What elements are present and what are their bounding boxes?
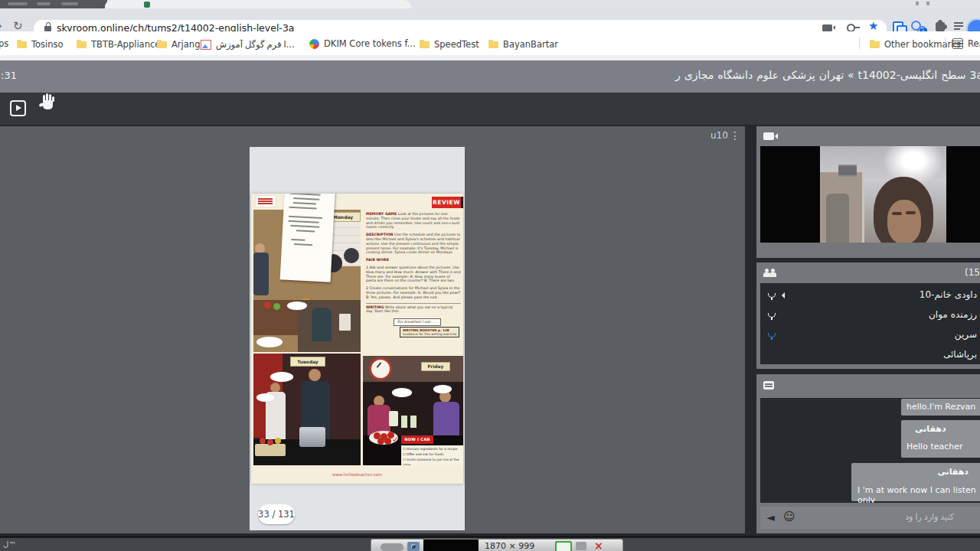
tuesday-photo: Tuesday	[253, 354, 361, 465]
bookmark-arjang[interactable]: Arjang	[157, 39, 200, 50]
recorder-camera-icon[interactable]	[407, 542, 420, 551]
tab-favicon	[144, 2, 150, 8]
page-top-strip	[0, 55, 980, 60]
play-media-button[interactable]	[10, 100, 26, 116]
bookmark-bayanbartar[interactable]: BayanBartar	[488, 39, 558, 50]
raise-hand-button[interactable]	[43, 100, 53, 109]
hanging-pan	[344, 248, 359, 263]
tab-strip-control[interactable]	[916, 2, 919, 5]
day-label-tuesday: Tuesday	[290, 357, 325, 367]
video-camera-icon[interactable]	[763, 132, 774, 140]
participant-row[interactable]: برپاشائی	[760, 344, 980, 364]
recorder-button[interactable]	[381, 543, 403, 551]
participant-name: موانرزمنده	[793, 305, 977, 324]
chat-sender: دهقانی	[915, 424, 946, 434]
background-tab-fragment[interactable]	[37, 2, 51, 5]
media-list-icon[interactable]	[954, 22, 965, 31]
slide-canvas[interactable]: REVIEW	[250, 147, 465, 530]
screen-recorder-toolbar: 1870 × 999 ×	[371, 539, 623, 551]
steel-pot	[299, 427, 325, 447]
participant-name: سرین	[793, 324, 977, 344]
paper-bag	[339, 314, 351, 331]
recorder-preview	[423, 540, 479, 551]
board-label: u10	[710, 130, 728, 141]
speech-bubble	[392, 388, 412, 397]
participant-name: برپاشائی	[793, 344, 977, 364]
session-timer: :31	[1, 70, 17, 81]
classroom-toolbar	[0, 93, 980, 125]
recorder-option-button[interactable]	[576, 542, 586, 550]
classroom-title: رمجازیدانشگاهعلومپزشکیتهران«t14002-انگلی…	[675, 69, 980, 81]
tab-strip-control[interactable]	[926, 2, 929, 5]
dkim-favicon	[309, 39, 319, 49]
reading-list[interactable]: Rea	[952, 38, 980, 49]
eyebrow	[906, 211, 916, 214]
participant-row[interactable]: 10-خانمداودی	[760, 285, 980, 305]
sidebar: (15) 10-خانمداودی موانرزمنده سرین برپاشا…	[745, 126, 980, 533]
chat-messages[interactable]: hello.I'm Rezvan دهقانی Hello teacher ده…	[760, 398, 980, 503]
chat-input[interactable]: ◄ ☺ ودراواردکنید	[760, 507, 980, 529]
bookmark-google-form[interactable]: آموزشگوگلفرما...	[201, 39, 295, 50]
man-body	[253, 253, 269, 295]
watermark: ل™	[3, 540, 16, 549]
bookmark-tbtb[interactable]: TBTB-Appliance	[77, 39, 160, 50]
chat-icon[interactable]	[763, 381, 774, 390]
speech-bubble	[270, 372, 293, 382]
extensions-puzzle-icon[interactable]	[936, 22, 945, 31]
friday-photo: Friday ✓ NOW I CAN ☐ Discuss ingredients…	[363, 356, 463, 465]
whiteboard-panel: u10 ⋮ REVIEW	[0, 126, 745, 533]
page-indicator: 33 / 131	[258, 504, 295, 524]
participant-name: 10-خانمداودی	[793, 285, 977, 305]
memory-game-heading: MEMORY GAME	[366, 212, 397, 216]
check-icon: ✓	[392, 435, 401, 444]
emoji-icon[interactable]: ☺	[783, 510, 795, 523]
bookmark-partial[interactable]: ps	[0, 38, 8, 49]
folder-icon	[157, 41, 167, 48]
pair-work-2: 2 Create conversations for Michael and S…	[366, 286, 461, 299]
vent	[838, 165, 857, 177]
lock-icon[interactable]	[44, 26, 51, 31]
schedule-note	[280, 194, 336, 282]
recorder-region-button[interactable]	[555, 541, 572, 551]
participant-row[interactable]: موانرزمنده	[760, 305, 980, 324]
chat-message: دهقانی Hello teacher	[901, 420, 980, 458]
description-heading: DESCRIPTION	[366, 233, 394, 236]
video-tile[interactable]	[760, 146, 980, 243]
recorder-resolution: 1870 × 999	[485, 541, 534, 551]
person-face	[887, 200, 921, 243]
textbook-page: REVIEW	[251, 194, 463, 484]
send-icon[interactable]: ◄	[766, 511, 775, 523]
tab-camera-icon[interactable]	[822, 24, 832, 31]
participants-icon[interactable]	[763, 269, 777, 278]
background-tab-fragment[interactable]	[8, 2, 28, 5]
recorder-close-icon[interactable]: ×	[594, 540, 603, 551]
speech-bubble	[256, 393, 275, 402]
webcam-feed	[820, 146, 946, 243]
textbook-footer-url: www.hellooteacher.com	[251, 472, 463, 477]
tomatoes	[374, 432, 381, 439]
other-bookmarks[interactable]: Other bookmarks	[870, 39, 961, 50]
folder-icon	[488, 41, 498, 48]
vegetable	[273, 303, 280, 310]
speech-bubble	[287, 302, 307, 310]
participants-panel: (15) 10-خانمداودی موانرزمنده سرین برپاشا…	[756, 262, 980, 369]
bookmark-dkim[interactable]: DKIM Core tokens f...	[309, 38, 416, 49]
separator	[859, 37, 860, 49]
background-tab-fragment[interactable]	[61, 2, 78, 5]
publisher-logo	[256, 196, 276, 207]
bookmark-tosinso[interactable]: Tosinso	[17, 39, 64, 50]
board-menu-icon[interactable]: ⋮	[730, 131, 740, 140]
folder-icon	[77, 41, 87, 48]
writing-booster: WRITING BOOSTER p. 148 Guidance for this…	[400, 327, 459, 337]
bookmark-speedtest[interactable]: SpeedTest	[420, 39, 479, 50]
tomato	[264, 302, 271, 308]
folder-icon	[17, 41, 27, 48]
bottom-bar: ل™ 1870 × 999 ×	[0, 536, 980, 551]
folder-icon	[420, 41, 430, 48]
separator	[945, 37, 946, 49]
participant-row[interactable]: سرین	[760, 324, 980, 344]
now-i-can-badge: NOW I CAN	[401, 435, 433, 444]
man-head	[309, 369, 321, 381]
active-tab[interactable]	[105, 0, 411, 8]
day-label-friday: Friday	[421, 362, 450, 371]
